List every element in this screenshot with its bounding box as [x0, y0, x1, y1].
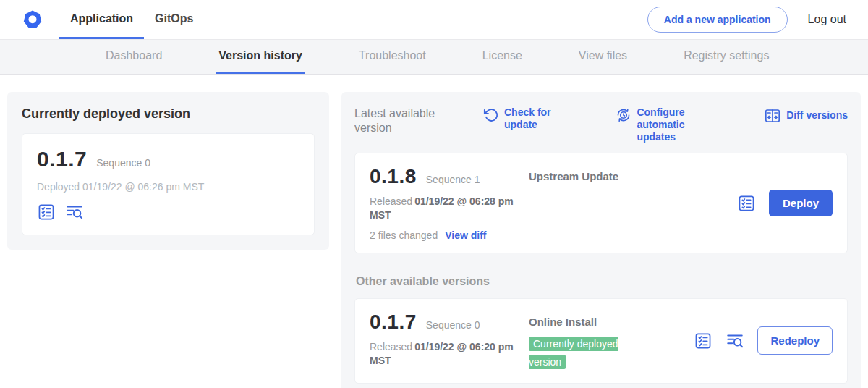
refresh-icon [483, 107, 499, 123]
currently-deployed-badge-wrap: Currently deployed version [529, 335, 643, 371]
currently-deployed-badge: Currently deployed version [529, 337, 618, 369]
header-tabs: Application GitOps [59, 0, 204, 39]
subnav-license-label: License [482, 49, 522, 62]
header-right: Add a new application Log out [647, 0, 846, 39]
other-versions-heading: Other available versions [356, 275, 848, 288]
other-version-number: 0.1.7 [370, 311, 417, 334]
tab-application-label: Application [70, 12, 133, 25]
subnav-troubleshoot[interactable]: Troubleshoot [356, 40, 429, 74]
latest-version-sequence: Sequence 1 [426, 174, 480, 185]
deploy-logs-icon[interactable] [65, 203, 84, 222]
app-logo [22, 0, 43, 39]
current-version-number: 0.1.7 [37, 147, 87, 172]
released-label: Released [370, 195, 412, 207]
main-content: Currently deployed version 0.1.7 Sequenc… [0, 75, 868, 388]
check-for-update-label: Check for update [504, 106, 569, 131]
preflight-checks-icon[interactable] [737, 194, 756, 213]
latest-version-source: Upstream Update [529, 170, 618, 182]
available-updates-panel: Latest available version Check for updat… [341, 92, 861, 388]
subnav-registry-settings-label: Registry settings [684, 49, 769, 62]
currently-deployed-panel: Currently deployed version 0.1.7 Sequenc… [7, 92, 329, 250]
subnav-view-files[interactable]: View files [576, 40, 630, 74]
redeploy-button[interactable]: Redeploy [757, 326, 833, 355]
subnav-troubleshoot-label: Troubleshoot [359, 49, 426, 62]
diff-versions-link[interactable]: Diff versions [764, 106, 848, 125]
subnav-version-history[interactable]: Version history [216, 40, 305, 74]
add-application-button[interactable]: Add a new application [647, 7, 788, 33]
subnav-registry-settings[interactable]: Registry settings [681, 40, 772, 74]
check-for-update-link[interactable]: Check for update [483, 106, 569, 131]
subnav-view-files-label: View files [579, 49, 627, 62]
latest-available-title: Latest available version [354, 106, 463, 135]
view-diff-link[interactable]: View diff [445, 229, 486, 241]
diff-versions-icon [764, 107, 781, 125]
other-version-source: Online Install [529, 316, 597, 328]
released-label: Released [370, 341, 412, 353]
preflight-checks-icon[interactable] [694, 332, 712, 350]
other-released-date: Released01/19/22 @ 06:20 pm MST [370, 340, 514, 368]
app-subnav: Dashboard Version history Troubleshoot L… [0, 40, 868, 75]
configure-automatic-updates-label: Configure automatic updates [637, 106, 718, 143]
files-changed-label: 2 files changed [370, 229, 438, 241]
other-version-sequence: Sequence 0 [426, 319, 480, 331]
top-header: Application GitOps Add a new application… [0, 0, 868, 40]
current-deployed-date: Deployed 01/19/22 @ 06:26 pm MST [37, 181, 299, 193]
files-changed-line: 2 files changedView diff [370, 229, 514, 241]
tab-gitops[interactable]: GitOps [144, 0, 204, 39]
latest-version-row: 0.1.8 Sequence 1 Released01/19/22 @ 06:2… [354, 153, 848, 253]
other-version-row: 0.1.7 Sequence 0 Released01/19/22 @ 06:2… [354, 298, 848, 384]
logout-link[interactable]: Log out [808, 13, 846, 26]
latest-released-date: Released01/19/22 @ 06:28 pm MST [370, 195, 514, 222]
subnav-dashboard-label: Dashboard [106, 49, 162, 62]
diff-versions-label: Diff versions [786, 109, 848, 122]
deploy-logs-icon[interactable] [726, 332, 744, 350]
currently-deployed-title: Currently deployed version [22, 106, 315, 122]
deploy-button[interactable]: Deploy [769, 190, 833, 216]
kots-logo-icon [22, 9, 43, 30]
preflight-checks-icon[interactable] [37, 203, 56, 222]
current-version-card: 0.1.7 Sequence 0 Deployed 01/19/22 @ 06:… [22, 133, 315, 235]
subnav-version-history-label: Version history [218, 49, 302, 62]
tab-application[interactable]: Application [59, 0, 144, 39]
current-version-sequence: Sequence 0 [96, 157, 150, 169]
tab-gitops-label: GitOps [155, 12, 193, 25]
subnav-license[interactable]: License [480, 40, 525, 74]
auto-update-clock-icon [616, 107, 631, 123]
subnav-dashboard[interactable]: Dashboard [103, 40, 165, 74]
configure-automatic-updates-link[interactable]: Configure automatic updates [616, 106, 718, 143]
latest-version-number: 0.1.8 [370, 165, 417, 188]
